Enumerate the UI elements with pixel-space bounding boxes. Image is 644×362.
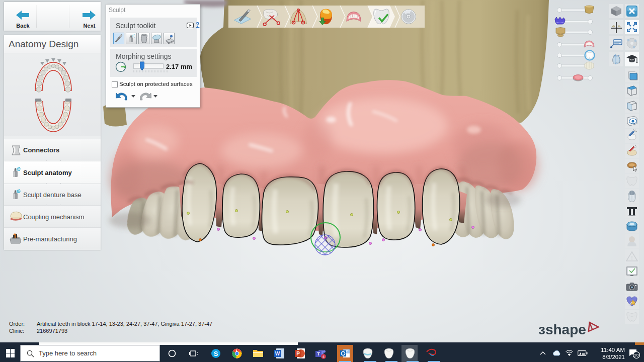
svg-text:P: P — [296, 351, 300, 356]
svg-text:T: T — [317, 351, 320, 356]
svg-text:20: 20 — [634, 353, 639, 357]
svg-text:S: S — [214, 350, 218, 357]
svg-text:4: 4 — [323, 354, 325, 359]
svg-text:W: W — [275, 351, 280, 356]
svg-text:!: ! — [631, 255, 632, 261]
